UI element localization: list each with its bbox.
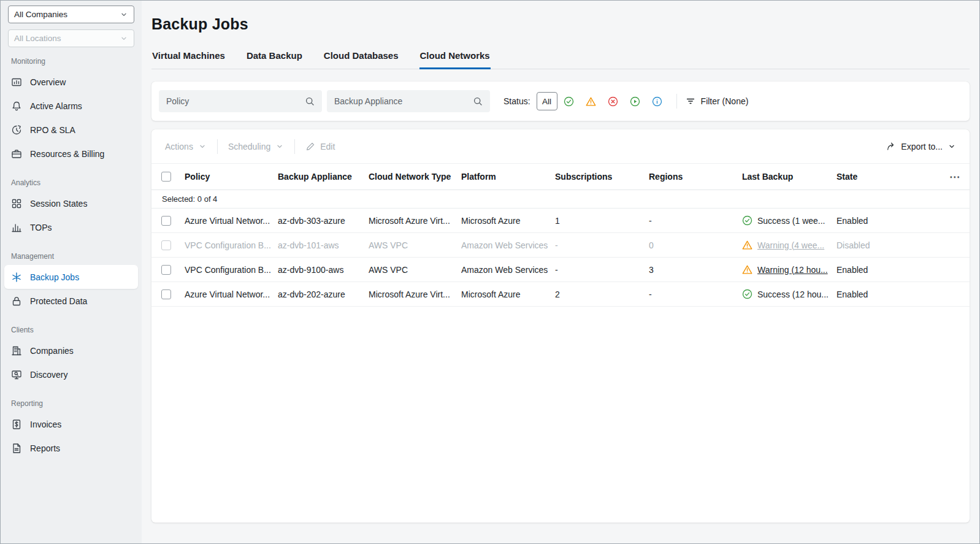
cell-regions: - <box>649 289 742 299</box>
row-checkbox[interactable] <box>161 289 171 299</box>
row-checkbox[interactable] <box>161 216 171 226</box>
section-label-monitoring: Monitoring <box>11 57 131 66</box>
selection-summary: Selected: 0 of 4 <box>151 190 970 209</box>
tab-virtual-machines[interactable]: Virtual Machines <box>151 50 226 69</box>
status-filter-warning-button[interactable] <box>581 92 602 110</box>
location-selector[interactable]: All Locations <box>8 29 134 47</box>
status-filter-success-button[interactable] <box>559 92 580 110</box>
cell-policy: Azure Virtual Networ... <box>185 289 278 299</box>
table-row[interactable]: Azure Virtual Networ... az-dvb-202-azure… <box>151 282 970 307</box>
sidebar-item-label: RPO & SLA <box>30 125 75 135</box>
tab-cloud-databases[interactable]: Cloud Databases <box>323 50 399 69</box>
success-icon <box>742 215 752 226</box>
column-header-backup-appliance[interactable]: Backup Appliance <box>278 172 369 182</box>
asterisk-icon <box>11 272 22 283</box>
edit-button[interactable]: Edit <box>301 142 340 151</box>
sidebar-item-rpo-sla[interactable]: RPO & SLA <box>1 118 142 142</box>
column-header-cloud-network-type[interactable]: Cloud Network Type <box>369 172 461 182</box>
search-icon <box>473 96 483 106</box>
search-icon <box>305 96 315 106</box>
cell-platform: Amazon Web Services <box>461 240 555 250</box>
last-backup-link[interactable]: Warning (12 hou... <box>757 265 828 275</box>
column-header-last-backup[interactable]: Last Backup <box>742 172 836 182</box>
app-window: All Companies All Locations Monitoring O… <box>0 0 980 544</box>
row-checkbox[interactable] <box>161 240 171 250</box>
warning-triangle-icon <box>586 96 596 107</box>
sidebar-item-active-alarms[interactable]: Active Alarms <box>1 94 142 118</box>
page-title: Backup Jobs <box>151 15 970 33</box>
cell-cloud-network-type: AWS VPC <box>369 265 461 275</box>
tab-cloud-networks[interactable]: Cloud Networks <box>419 50 491 69</box>
section-label-reporting: Reporting <box>11 399 131 408</box>
sidebar-item-resources-billing[interactable]: Resources & Billing <box>1 142 142 166</box>
selection-summary-text: Selected: 0 of 4 <box>162 194 217 204</box>
cell-backup-appliance: az-dvb-101-aws <box>278 240 369 250</box>
sidebar-item-discovery[interactable]: Discovery <box>1 362 142 386</box>
filter-none-button[interactable]: Filter (None) <box>686 96 749 106</box>
chevron-down-icon <box>120 10 128 19</box>
cell-state: Enabled <box>836 216 933 226</box>
column-settings-icon[interactable]: ⋯ <box>949 172 960 182</box>
table-row[interactable]: Azure Virtual Networ... az-dvb-303-azure… <box>151 209 970 233</box>
divider <box>294 139 295 154</box>
cell-last-backup: Success (12 hou... <box>742 289 836 299</box>
column-header-subscriptions[interactable]: Subscriptions <box>555 172 649 182</box>
divider <box>676 94 677 109</box>
status-filter-error-button[interactable] <box>603 92 624 110</box>
sidebar-item-label: Active Alarms <box>30 101 82 111</box>
sidebar-item-label: Companies <box>30 346 74 356</box>
company-selector-value: All Companies <box>14 10 67 19</box>
last-backup-link[interactable]: Warning (4 wee... <box>757 240 824 250</box>
company-selector[interactable]: All Companies <box>8 6 134 23</box>
cell-backup-appliance: az-dvb-9100-aws <box>278 265 369 275</box>
edit-button-label: Edit <box>320 142 335 151</box>
cell-platform: Microsoft Azure <box>461 289 555 299</box>
status-filter-info-button[interactable] <box>647 92 668 110</box>
tab-data-backup[interactable]: Data Backup <box>246 50 303 69</box>
sidebar-item-label: Session States <box>30 199 87 209</box>
bar-chart-icon <box>11 222 22 233</box>
sidebar-item-label: TOPs <box>30 223 52 232</box>
pencil-icon <box>305 142 315 151</box>
sidebar-item-label: Overview <box>30 77 66 87</box>
column-header-policy[interactable]: Policy <box>185 172 278 182</box>
filter-bar: Status: All <box>151 82 970 121</box>
sidebar-item-companies[interactable]: Companies <box>1 339 142 362</box>
export-button[interactable]: Export to... <box>881 142 961 151</box>
sidebar-item-label: Invoices <box>30 419 61 429</box>
policy-search-input[interactable] <box>166 96 300 106</box>
sidebar-item-backup-jobs[interactable]: Backup Jobs <box>4 265 138 289</box>
scheduling-button[interactable]: Scheduling <box>223 142 289 151</box>
appliance-search-input[interactable] <box>334 96 468 106</box>
chevron-down-icon <box>947 142 956 151</box>
actions-button-label: Actions <box>165 142 193 151</box>
cell-subscriptions: - <box>555 265 649 275</box>
column-header-regions[interactable]: Regions <box>649 172 742 182</box>
cell-last-backup: Warning (4 wee... <box>742 240 836 250</box>
table-row[interactable]: VPC Configuration B... az-dvb-9100-aws A… <box>151 258 970 282</box>
sidebar-item-reports[interactable]: Reports <box>1 436 142 460</box>
sidebar-item-protected-data[interactable]: Protected Data <box>1 289 142 313</box>
sidebar-item-tops[interactable]: TOPs <box>1 215 142 239</box>
actions-button[interactable]: Actions <box>160 142 212 151</box>
row-checkbox[interactable] <box>161 265 171 275</box>
status-filter-all-button[interactable]: All <box>537 92 557 110</box>
appliance-search <box>327 90 490 112</box>
table-row[interactable]: VPC Configuration B... az-dvb-101-aws AW… <box>151 233 970 258</box>
sidebar-item-overview[interactable]: Overview <box>1 70 142 94</box>
success-icon <box>742 289 752 299</box>
section-label-management: Management <box>11 252 131 261</box>
select-all-checkbox[interactable] <box>161 172 171 182</box>
table-card: Actions Scheduling Edit Export to... <box>151 129 970 523</box>
document-icon <box>11 443 22 454</box>
sidebar-item-invoices[interactable]: Invoices <box>1 412 142 436</box>
sidebar-item-label: Reports <box>30 443 60 453</box>
sidebar-item-session-states[interactable]: Session States <box>1 191 142 215</box>
cell-cloud-network-type: AWS VPC <box>369 240 461 250</box>
cell-cloud-network-type: Microsoft Azure Virt... <box>369 289 461 299</box>
status-filter-running-button[interactable] <box>625 92 646 110</box>
filter-none-label: Filter (None) <box>701 96 749 106</box>
section-label-analytics: Analytics <box>11 178 131 187</box>
column-header-platform[interactable]: Platform <box>461 172 555 182</box>
column-header-state[interactable]: State <box>836 172 933 182</box>
